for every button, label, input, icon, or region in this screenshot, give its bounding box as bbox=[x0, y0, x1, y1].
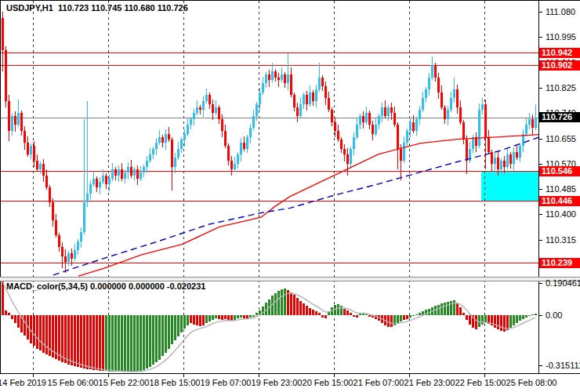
macd-bar bbox=[519, 315, 521, 321]
macd-bar bbox=[114, 315, 117, 372]
macd-scale[interactable] bbox=[539, 280, 580, 373]
current-price-label: 110.726 bbox=[539, 112, 580, 122]
candle bbox=[368, 113, 371, 125]
candle bbox=[136, 169, 139, 179]
candle bbox=[400, 149, 402, 161]
macd-bar bbox=[224, 315, 227, 319]
price-scale-tick bbox=[538, 37, 542, 38]
candle-wick bbox=[278, 73, 279, 87]
macd-bar bbox=[105, 315, 107, 371]
macd-bar bbox=[350, 313, 352, 315]
macd-bar bbox=[456, 303, 459, 315]
time-scale-tick bbox=[259, 374, 259, 377]
candle bbox=[365, 113, 368, 122]
macd-bar bbox=[340, 306, 343, 315]
candle bbox=[397, 125, 399, 149]
candle bbox=[324, 86, 327, 98]
macd-bar bbox=[315, 311, 317, 315]
macd-bar bbox=[475, 315, 477, 329]
candle-wick bbox=[288, 53, 288, 90]
macd-bar bbox=[531, 314, 534, 315]
candle bbox=[24, 131, 26, 143]
macd-bar bbox=[30, 315, 32, 343]
candle bbox=[64, 256, 67, 262]
candle bbox=[362, 116, 364, 122]
macd-bar bbox=[193, 315, 195, 325]
macd-bar bbox=[136, 315, 139, 372]
macd-bar bbox=[299, 301, 302, 315]
macd-bar bbox=[469, 315, 471, 325]
candle bbox=[146, 161, 148, 167]
candle bbox=[503, 161, 506, 167]
macd-bar bbox=[152, 315, 154, 365]
candle bbox=[337, 131, 339, 140]
candle bbox=[74, 250, 76, 259]
macd-bar bbox=[462, 313, 465, 315]
candle bbox=[71, 253, 73, 259]
gridline bbox=[409, 280, 410, 373]
candle bbox=[318, 78, 321, 89]
candle bbox=[80, 232, 82, 241]
candle bbox=[196, 107, 198, 113]
time-scale-tick bbox=[409, 374, 410, 377]
macd-bar bbox=[368, 315, 371, 317]
macd-bar bbox=[108, 315, 111, 372]
macd-bar bbox=[296, 298, 299, 315]
macd-bar bbox=[343, 309, 346, 315]
macd-bar bbox=[381, 315, 383, 323]
candle bbox=[243, 143, 245, 149]
macd-bar bbox=[265, 303, 267, 315]
macd-bar bbox=[158, 315, 161, 360]
candle bbox=[52, 202, 54, 220]
macd-bar bbox=[67, 315, 70, 365]
candle bbox=[447, 110, 449, 119]
macd-bar bbox=[428, 309, 430, 315]
macd-bar bbox=[208, 315, 211, 321]
resistance-line bbox=[0, 201, 538, 201]
macd-bar bbox=[393, 315, 396, 325]
price-tick-label: 111.080 bbox=[546, 7, 575, 16]
candle bbox=[312, 93, 314, 101]
candle bbox=[199, 107, 201, 110]
macd-bar bbox=[509, 315, 512, 328]
price-tick-label: 110.485 bbox=[546, 184, 576, 194]
candle bbox=[127, 167, 129, 172]
candle bbox=[321, 78, 324, 86]
candle bbox=[484, 104, 487, 137]
candle bbox=[271, 71, 274, 80]
macd-bar bbox=[17, 315, 20, 328]
price-line-label: 110.546 bbox=[539, 166, 580, 176]
candle bbox=[516, 152, 518, 158]
macd-bar bbox=[168, 315, 170, 349]
macd-bar bbox=[89, 315, 92, 369]
candle bbox=[497, 158, 499, 169]
candle bbox=[2, 18, 4, 50]
candle bbox=[494, 158, 496, 164]
candle bbox=[469, 149, 471, 161]
macd-bar bbox=[127, 315, 129, 372]
macd-bar bbox=[71, 315, 73, 365]
chart-window: USDJPY,H1 110.723 110.745 110.680 110.72… bbox=[0, 0, 580, 392]
macd-bar bbox=[387, 315, 390, 327]
macd-bar bbox=[419, 313, 421, 315]
candle bbox=[428, 78, 430, 89]
macd-bar bbox=[256, 313, 258, 315]
candle bbox=[412, 122, 415, 131]
macd-bar bbox=[36, 315, 38, 349]
macd-bar bbox=[202, 315, 205, 325]
candle bbox=[488, 137, 490, 152]
macd-bar bbox=[86, 315, 89, 369]
candle bbox=[440, 93, 443, 107]
candle bbox=[152, 149, 154, 154]
candle bbox=[453, 89, 455, 98]
resistance-line bbox=[0, 171, 538, 172]
price-scale-tick bbox=[538, 189, 542, 190]
macd-bar bbox=[165, 315, 167, 353]
macd-bar bbox=[183, 315, 186, 328]
candle bbox=[274, 71, 277, 78]
candle bbox=[36, 161, 38, 169]
macd-bar bbox=[450, 301, 452, 315]
candle bbox=[33, 146, 35, 161]
macd-bar bbox=[74, 315, 76, 366]
macd-bar bbox=[378, 315, 380, 321]
